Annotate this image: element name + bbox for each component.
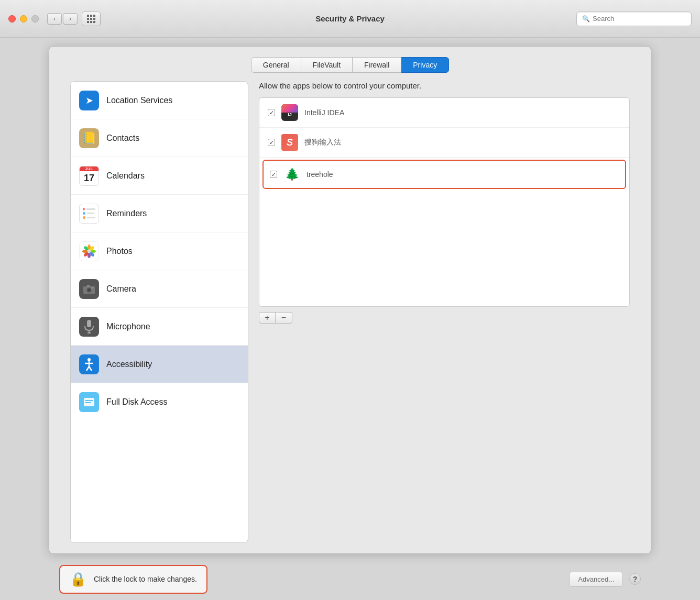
photos-icon [79, 241, 99, 261]
apps-list: IJ IntelliJ IDEA S 搜狗输入法 🌲 [259, 97, 630, 307]
sidebar-item-label-reminders: Reminders [106, 209, 147, 218]
tabs-container: General FileVault Firewall Privacy [49, 47, 651, 81]
bottom-bar: 🔒 Click the lock to make changes. Advanc… [49, 558, 651, 600]
tab-privacy[interactable]: Privacy [401, 57, 449, 73]
sidebar-item-label-photos: Photos [106, 247, 133, 256]
grid-icon [87, 15, 95, 23]
svg-rect-25 [85, 402, 91, 403]
app-name-intellij: IntelliJ IDEA [304, 108, 344, 117]
fulldisk-icon [79, 392, 99, 412]
remove-app-button[interactable]: − [276, 312, 292, 324]
svg-point-14 [92, 287, 93, 288]
sidebar-item-fulldisk[interactable]: Full Disk Access [71, 383, 248, 421]
main-window: General FileVault Firewall Privacy ➤ Loc… [49, 46, 651, 554]
lock-section[interactable]: 🔒 Click the lock to make changes. [59, 565, 207, 594]
search-input[interactable] [593, 15, 686, 23]
app-row-sogou[interactable]: S 搜狗输入法 [259, 128, 629, 158]
sidebar-item-photos[interactable]: Photos [71, 232, 248, 270]
sidebar-item-label-contacts: Contacts [106, 134, 139, 143]
accessibility-icon [79, 354, 99, 374]
advanced-button[interactable]: Advanced... [569, 572, 623, 587]
sidebar: ➤ Location Services 📒 Contacts JUL 17 Ca… [70, 81, 248, 543]
app-name-sogou: 搜狗输入法 [304, 138, 341, 147]
app-checkbox-sogou[interactable] [268, 139, 275, 146]
tab-general[interactable]: General [251, 57, 301, 73]
lock-text: Click the lock to make changes. [94, 575, 197, 583]
app-name-treehole: treehole [307, 170, 333, 179]
bottom-right: Advanced... ? [569, 572, 641, 587]
svg-rect-24 [85, 400, 93, 401]
add-app-button[interactable]: + [259, 312, 276, 324]
calendars-icon: JUL 17 [79, 166, 99, 186]
treehole-icon: 🌲 [283, 166, 300, 183]
chevron-right-icon: › [69, 15, 71, 23]
svg-rect-15 [87, 320, 91, 327]
list-controls: + − [259, 312, 630, 324]
camera-icon [79, 279, 99, 299]
sidebar-item-location[interactable]: ➤ Location Services [71, 82, 248, 119]
back-button[interactable]: ‹ [47, 13, 62, 25]
app-checkbox-treehole[interactable] [270, 171, 277, 178]
sidebar-item-label-location: Location Services [106, 96, 172, 105]
content-area: ➤ Location Services 📒 Contacts JUL 17 Ca… [49, 81, 651, 553]
app-row-treehole[interactable]: 🌲 treehole [262, 160, 626, 189]
sidebar-item-label-microphone: Microphone [106, 322, 150, 331]
title-bar: ‹ › Security & Privacy 🔍 [0, 0, 700, 38]
search-box[interactable]: 🔍 [576, 12, 692, 26]
app-checkbox-intellij[interactable] [268, 109, 275, 116]
tab-firewall[interactable]: Firewall [353, 57, 401, 73]
minimize-button[interactable] [20, 15, 27, 23]
sidebar-item-label-accessibility: Accessibility [106, 360, 152, 369]
grid-view-button[interactable] [82, 12, 101, 26]
help-button[interactable]: ? [629, 573, 641, 585]
chevron-left-icon: ‹ [53, 15, 56, 23]
maximize-button[interactable] [31, 15, 39, 23]
panel-description: Allow the apps below to control your com… [259, 81, 630, 90]
sidebar-item-calendars[interactable]: JUL 17 Calendars [71, 157, 248, 195]
tab-filevault[interactable]: FileVault [301, 57, 353, 73]
contacts-icon: 📒 [79, 128, 99, 148]
sidebar-item-label-camera: Camera [106, 284, 136, 294]
location-icon: ➤ [79, 91, 99, 110]
intellij-icon: IJ [281, 104, 298, 121]
sidebar-item-accessibility[interactable]: Accessibility [71, 346, 248, 383]
svg-point-18 [88, 358, 91, 361]
close-button[interactable] [8, 15, 16, 23]
lock-icon: 🔒 [70, 571, 86, 587]
sidebar-item-reminders[interactable]: Reminders [71, 195, 248, 232]
traffic-lights [8, 15, 39, 23]
sogou-icon: S [281, 134, 298, 151]
microphone-icon [79, 317, 99, 337]
svg-line-22 [89, 366, 92, 371]
sidebar-item-camera[interactable]: Camera [71, 270, 248, 308]
sidebar-item-contacts[interactable]: 📒 Contacts [71, 119, 248, 157]
window-title: Security & Privacy [315, 14, 385, 23]
sidebar-item-microphone[interactable]: Microphone [71, 308, 248, 346]
search-icon: 🔍 [582, 15, 590, 23]
app-row-intellij[interactable]: IJ IntelliJ IDEA [259, 98, 629, 128]
sidebar-item-label-fulldisk: Full Disk Access [106, 397, 167, 407]
svg-point-12 [88, 288, 91, 291]
svg-line-21 [86, 366, 89, 371]
forward-button[interactable]: › [63, 13, 78, 25]
right-panel: Allow the apps below to control your com… [259, 81, 630, 543]
nav-buttons: ‹ › [47, 13, 78, 25]
sidebar-item-label-calendars: Calendars [106, 171, 145, 181]
app-row-empty [259, 191, 629, 233]
reminders-icon [79, 204, 99, 224]
svg-rect-13 [87, 285, 90, 287]
